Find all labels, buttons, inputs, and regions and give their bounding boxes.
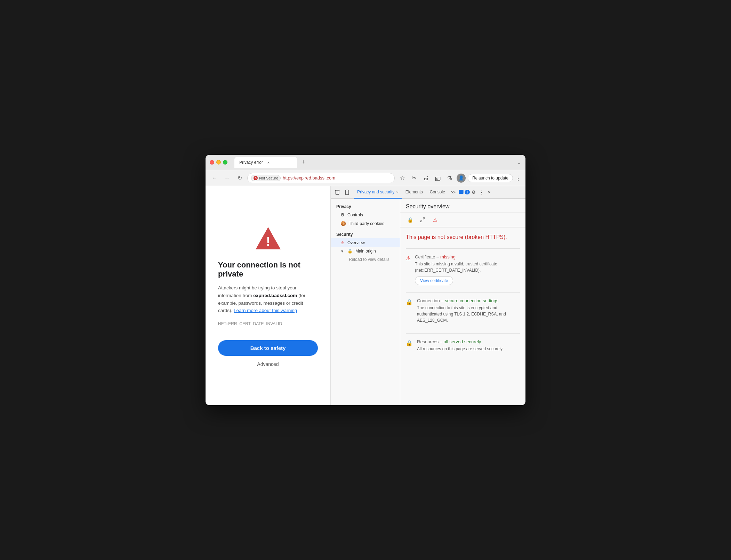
back-button[interactable]: ←: [210, 173, 219, 183]
certificate-row: ⚠ Certificate – missing This site is mis…: [406, 254, 520, 285]
scissors-icon[interactable]: ✂: [409, 173, 419, 183]
devtools-left-panel: Privacy ⚙ Controls 🍪 Third-party cookies…: [331, 199, 400, 405]
cert-warning-icon: ⚠: [406, 255, 411, 262]
res-dash: –: [439, 339, 443, 344]
toolbar-icons: ☆ ✂ 🖨 ⚗ 👤 Relaunch to update ⋮: [397, 173, 521, 183]
message-icon[interactable]: [458, 190, 464, 195]
maximize-window-button[interactable]: [223, 160, 227, 165]
devtools-right-panel: Security overview 🔒 ⚠ This page is not s…: [400, 199, 525, 405]
security-headline: This page is not secure (broken HTTPS).: [406, 233, 520, 241]
res-label: Resources: [417, 339, 439, 344]
conn-dash: –: [440, 298, 445, 303]
connection-title: Connection – secure connection settings: [417, 298, 520, 303]
device-toggle-icon[interactable]: [343, 189, 351, 196]
main-origin-label: Main origin: [355, 249, 376, 254]
refresh-button[interactable]: ↻: [235, 173, 244, 183]
browser-menu-button[interactable]: ⋮: [515, 174, 521, 182]
overview-item[interactable]: ⚠ Overview: [331, 238, 400, 247]
close-window-button[interactable]: [210, 160, 214, 165]
devtools-icons: [334, 189, 351, 196]
not-secure-icon: ✕: [254, 176, 258, 180]
print-icon[interactable]: 🖨: [421, 173, 431, 183]
res-status: all served securely: [444, 339, 481, 344]
divider3: [406, 333, 520, 334]
title-bar: Privacy error × + ⌄: [206, 155, 525, 170]
flask-icon[interactable]: ⚗: [445, 173, 455, 183]
learn-more-link[interactable]: Learn more about this warning: [234, 308, 297, 313]
inspect-element-icon[interactable]: [334, 189, 341, 196]
conn-status[interactable]: secure connection settings: [445, 298, 498, 303]
back-to-safety-button[interactable]: Back to safety: [218, 340, 318, 356]
tab-elements[interactable]: Elements: [402, 186, 426, 199]
tab-bar: Privacy error × + ⌄: [234, 157, 521, 168]
warning-tab-icon[interactable]: ⚠: [431, 216, 439, 224]
new-tab-button[interactable]: +: [298, 158, 308, 167]
devtools-body: Privacy ⚙ Controls 🍪 Third-party cookies…: [331, 199, 525, 405]
content-area: ! Your connection is not private Attacke…: [206, 186, 525, 405]
third-party-label: Third-party cookies: [349, 221, 384, 226]
cast-icon[interactable]: [433, 173, 443, 183]
privacy-security-tab-close[interactable]: ×: [396, 190, 398, 194]
tab-label: Privacy error: [239, 160, 263, 165]
tab-console[interactable]: Console: [426, 186, 449, 199]
not-secure-badge: ✕ Not Secure: [251, 175, 281, 181]
view-certificate-button[interactable]: View certificate: [415, 276, 453, 285]
connection-row: 🔒 Connection – secure connection setting…: [406, 298, 520, 326]
expand-icon: ▼: [340, 249, 344, 253]
certificate-content: Certificate – missing This site is missi…: [415, 254, 520, 285]
address-bar[interactable]: ✕ Not Secure https://expired.badssl.com: [247, 173, 395, 183]
svg-text:!: !: [266, 234, 270, 249]
toolbar: ← → ↻ ✕ Not Secure https://expired.badss…: [206, 170, 525, 186]
error-code: NET::ERR_CERT_DATE_INVALID: [218, 321, 318, 326]
certificate-title: Certificate – missing: [415, 254, 520, 259]
connection-desc: The connection to this site is encrypted…: [417, 305, 520, 323]
security-section-header: Security: [331, 231, 400, 238]
resources-title: Resources – all served securely: [417, 339, 520, 344]
security-content: This page is not secure (broken HTTPS). …: [400, 227, 525, 367]
relaunch-label: Relaunch to update: [472, 176, 508, 181]
error-page: ! Your connection is not private Attacke…: [206, 186, 331, 405]
active-tab[interactable]: Privacy error ×: [234, 157, 297, 168]
main-origin-item[interactable]: ▼ 🔒 Main origin: [331, 247, 400, 255]
devtools-panel: Privacy and security × Elements Console …: [331, 186, 525, 405]
divider1: [406, 248, 520, 249]
devtools-settings-button[interactable]: ⚙: [470, 189, 477, 196]
controls-item[interactable]: ⚙ Controls: [331, 210, 400, 219]
warning-small-icon: ⚠: [340, 240, 345, 245]
avatar-icon: 👤: [458, 175, 464, 181]
expand-tab-icon[interactable]: [418, 216, 427, 224]
badge-count: 1: [465, 190, 470, 194]
tab-privacy-security[interactable]: Privacy and security ×: [354, 186, 402, 199]
browser-window: Privacy error × + ⌄ ← → ↻ ✕ Not Secure h…: [206, 155, 525, 405]
error-title: Your connection is not private: [218, 261, 318, 279]
more-tabs-button[interactable]: >>: [449, 190, 458, 195]
devtools-close-button[interactable]: ×: [485, 189, 493, 196]
error-description: Attackers might be trying to steal your …: [218, 284, 318, 314]
lock-tab-icon[interactable]: 🔒: [406, 216, 414, 224]
star-icon[interactable]: ☆: [397, 173, 407, 183]
third-party-cookies-item[interactable]: 🍪 Third-party cookies: [331, 219, 400, 228]
not-secure-label: Not Secure: [259, 176, 278, 180]
avatar[interactable]: 👤: [457, 174, 466, 183]
devtools-more-button[interactable]: ⋮: [477, 189, 485, 196]
advanced-link[interactable]: Advanced: [218, 361, 318, 367]
console-tab-label: Console: [430, 190, 445, 194]
certificate-desc: This site is missing a valid, trusted ce…: [415, 261, 520, 273]
relaunch-button[interactable]: Relaunch to update: [468, 174, 513, 182]
cookie-icon: 🍪: [340, 221, 346, 226]
resources-desc: All resources on this page are served se…: [417, 346, 520, 352]
svg-rect-4: [345, 190, 348, 194]
connection-lock-icon: 🔒: [406, 299, 413, 305]
tab-chevron-icon[interactable]: ⌄: [517, 160, 521, 165]
forward-button[interactable]: →: [222, 173, 232, 183]
tab-close-button[interactable]: ×: [266, 160, 271, 165]
divider2: [406, 292, 520, 293]
security-tabs: 🔒 ⚠: [400, 213, 525, 227]
cert-label: Certificate: [415, 254, 435, 259]
url-display: https://expired.badssl.com: [283, 175, 335, 181]
overview-label: Overview: [347, 240, 365, 245]
minimize-window-button[interactable]: [216, 160, 221, 165]
privacy-security-tab-label: Privacy and security: [357, 190, 394, 194]
security-overview-header: Security overview: [400, 199, 525, 213]
devtools-tab-bar: Privacy and security × Elements Console …: [331, 186, 525, 199]
